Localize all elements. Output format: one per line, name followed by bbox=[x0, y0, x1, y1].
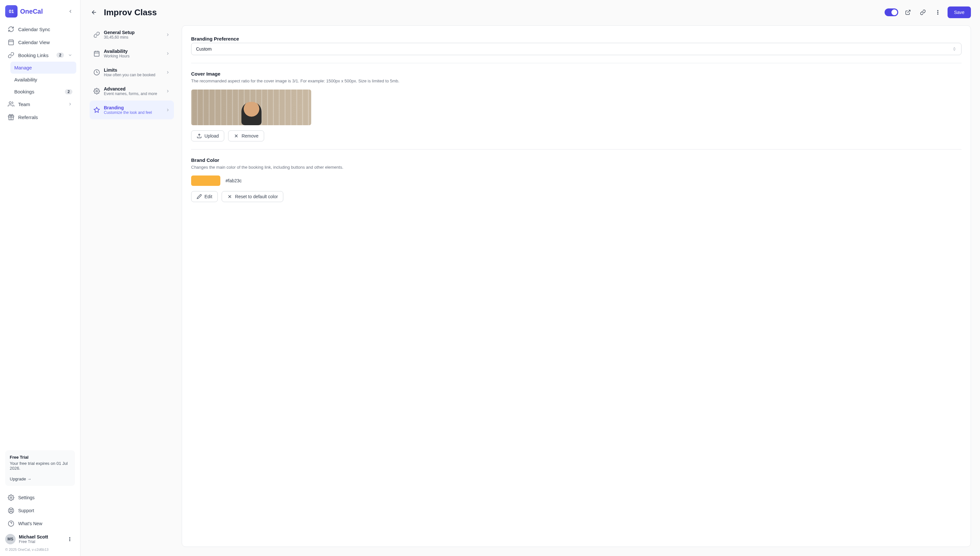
section-sub: The recommanded aspect ratio for the cov… bbox=[191, 78, 962, 84]
sidebar-item-calendar-sync[interactable]: Calendar Sync bbox=[4, 23, 76, 36]
sidebar-item-label: Referrals bbox=[18, 115, 72, 120]
sidebar-item-label: Team bbox=[18, 102, 64, 107]
settings-item-title: General Setup bbox=[104, 30, 162, 35]
settings-item-availability[interactable]: Availability Working Hours bbox=[90, 44, 174, 63]
settings-item-advanced[interactable]: Advanced Event names, forms, and more bbox=[90, 82, 174, 100]
settings-item-texts: Branding Customize the look and feel bbox=[104, 105, 162, 115]
chevron-right-icon bbox=[165, 32, 170, 37]
settings-item-texts: General Setup 30,45,60 mins bbox=[104, 30, 162, 40]
sidebar-item-settings[interactable]: Settings bbox=[4, 491, 76, 504]
trial-card: Free Trial Your free trial expires on 01… bbox=[5, 450, 75, 486]
section-sub: Changes the main color of the booking li… bbox=[191, 164, 962, 171]
sidebar-item-bookings[interactable]: Bookings 2 bbox=[10, 86, 76, 98]
calendar-icon bbox=[8, 39, 14, 45]
avatar[interactable]: MS bbox=[5, 534, 16, 544]
sidebar-item-label: Settings bbox=[18, 495, 72, 500]
topbar: Improv Class Save bbox=[81, 0, 980, 21]
svg-line-12 bbox=[12, 509, 13, 510]
svg-point-22 bbox=[938, 12, 938, 13]
page-title: Improv Class bbox=[104, 8, 880, 18]
link-icon bbox=[920, 10, 926, 15]
chevron-right-icon bbox=[165, 51, 170, 56]
copy-link-button[interactable] bbox=[918, 7, 928, 18]
button-label: Remove bbox=[241, 133, 258, 139]
section-cover-image: Cover Image The recommanded aspect ratio… bbox=[191, 63, 962, 149]
svg-point-21 bbox=[938, 10, 938, 11]
settings-item-texts: Availability Working Hours bbox=[104, 48, 162, 58]
section-title: Brand Color bbox=[191, 157, 962, 163]
svg-line-20 bbox=[908, 10, 910, 13]
settings-item-title: Limits bbox=[104, 68, 162, 73]
copyright: © 2025 OneCal, v-c2d6b13 bbox=[4, 546, 76, 553]
main-nav: Calendar Sync Calendar View Booking Link… bbox=[4, 23, 76, 445]
sidebar-item-team[interactable]: Team bbox=[4, 98, 76, 111]
settings-item-sub: How often you can be booked bbox=[104, 73, 162, 77]
settings-item-title: Availability bbox=[104, 48, 162, 54]
svg-line-10 bbox=[9, 509, 10, 510]
sidebar-header: 01 OneCal bbox=[4, 5, 76, 23]
clock-icon bbox=[94, 69, 100, 76]
settings-item-title: Branding bbox=[104, 105, 162, 110]
open-external-button[interactable] bbox=[903, 7, 913, 18]
sidebar-item-manage[interactable]: Manage bbox=[10, 61, 76, 74]
gear-icon bbox=[8, 495, 14, 501]
more-menu-button[interactable] bbox=[933, 7, 943, 18]
sidebar-item-referrals[interactable]: Referrals bbox=[4, 111, 76, 124]
content: General Setup 30,45,60 mins Availability… bbox=[81, 21, 980, 556]
settings-item-texts: Limits How often you can be booked bbox=[104, 68, 162, 77]
sidebar-item-label: Availability bbox=[14, 77, 72, 82]
sidebar-item-booking-links[interactable]: Booking Links 2 bbox=[4, 48, 76, 61]
sidebar-item-support[interactable]: Support bbox=[4, 504, 76, 517]
sidebar-item-calendar-view[interactable]: Calendar View bbox=[4, 36, 76, 48]
collapse-sidebar-button[interactable] bbox=[66, 7, 75, 16]
sidebar-item-label: Calendar Sync bbox=[18, 27, 72, 32]
settings-item-sub: Event names, forms, and more bbox=[104, 92, 162, 96]
svg-point-23 bbox=[938, 14, 938, 14]
upgrade-link[interactable]: Upgrade → bbox=[10, 477, 70, 482]
sidebar: 01 OneCal Calendar Sync Calendar View Bo… bbox=[0, 0, 81, 556]
section-title: Cover Image bbox=[191, 71, 962, 76]
external-link-icon bbox=[905, 10, 911, 15]
color-hex: #fab23c bbox=[226, 178, 242, 183]
section-brand-color: Brand Color Changes the main color of th… bbox=[191, 149, 962, 210]
logo-text: OneCal bbox=[20, 8, 43, 15]
badge: 2 bbox=[65, 89, 72, 94]
settings-item-branding[interactable]: Branding Customize the look and feel bbox=[90, 100, 174, 120]
sidebar-item-availability[interactable]: Availability bbox=[10, 74, 76, 86]
logo[interactable]: 01 OneCal bbox=[5, 5, 43, 18]
more-vertical-icon bbox=[67, 537, 72, 542]
enable-toggle[interactable] bbox=[885, 8, 898, 16]
profile-menu-button[interactable] bbox=[65, 534, 75, 544]
save-button[interactable]: Save bbox=[948, 6, 971, 18]
preference-select[interactable]: Custom bbox=[191, 43, 962, 55]
button-label: Reset to default color bbox=[235, 194, 278, 199]
reset-color-button[interactable]: Reset to default color bbox=[222, 191, 283, 202]
sidebar-item-label: Manage bbox=[14, 65, 72, 70]
sidebar-item-whats-new[interactable]: What's New bbox=[4, 517, 76, 530]
gear-icon bbox=[94, 88, 100, 94]
star-icon bbox=[94, 107, 100, 113]
bottom-nav: Settings Support What's New bbox=[4, 491, 76, 530]
edit-color-button[interactable]: Edit bbox=[191, 191, 218, 202]
button-label: Upload bbox=[204, 133, 219, 139]
chevron-right-icon bbox=[165, 70, 170, 74]
settings-item-general[interactable]: General Setup 30,45,60 mins bbox=[90, 25, 174, 44]
color-swatch bbox=[191, 176, 220, 186]
settings-item-sub: Customize the look and feel bbox=[104, 110, 162, 115]
button-label: Edit bbox=[204, 194, 212, 199]
sidebar-item-label: What's New bbox=[18, 521, 72, 526]
svg-point-4 bbox=[9, 102, 11, 104]
svg-point-16 bbox=[70, 537, 70, 538]
section-preference: Branding Preference Custom bbox=[191, 33, 962, 63]
sidebar-item-label: Bookings bbox=[14, 89, 61, 94]
svg-point-7 bbox=[10, 497, 12, 499]
remove-button[interactable]: Remove bbox=[228, 130, 264, 141]
gift-icon bbox=[8, 114, 14, 120]
back-button[interactable] bbox=[90, 8, 99, 17]
sidebar-item-label: Calendar View bbox=[18, 40, 72, 45]
calendar-icon bbox=[94, 50, 100, 57]
profile-info: Michael Scott Free Trial bbox=[19, 534, 61, 544]
upload-button[interactable]: Upload bbox=[191, 130, 224, 141]
settings-item-limits[interactable]: Limits How often you can be booked bbox=[90, 63, 174, 82]
settings-list: General Setup 30,45,60 mins Availability… bbox=[90, 25, 174, 547]
